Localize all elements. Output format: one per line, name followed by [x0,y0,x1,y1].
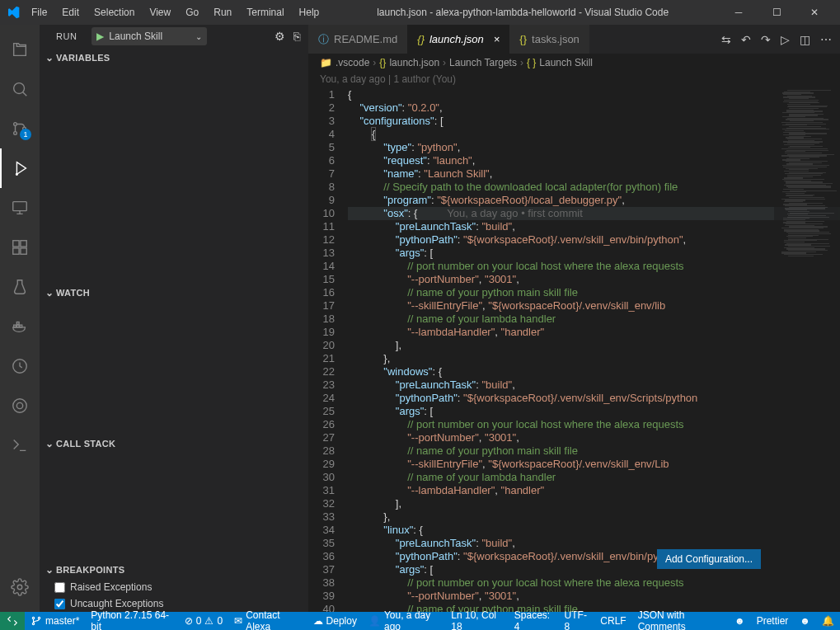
remote-indicator[interactable] [0,612,25,630]
section-variables[interactable]: ⌄VARIABLES [40,49,308,67]
breakpoint-label: Uncaught Exceptions [70,598,163,609]
menu-edit[interactable]: Edit [55,3,86,21]
bell-icon[interactable]: 🔔 [816,612,840,630]
prev-change-icon[interactable]: ↶ [741,33,751,46]
tab-bar: ⓘREADME.md{}launch.json×{}tasks.json ⇆ ↶… [308,25,840,54]
feedback-icon[interactable]: ☻ [794,612,816,630]
svg-rect-9 [21,248,26,254]
alexa-icon[interactable] [0,386,40,425]
section-watch[interactable]: ⌄WATCH [40,284,308,302]
code-editor[interactable]: 1234567891011121314151617181920212223242… [308,87,840,612]
gitlens-header: You, a day ago | 1 author (You) [308,72,840,87]
next-change-icon[interactable]: ↷ [761,33,771,46]
close-button[interactable]: ✕ [795,0,833,25]
window-controls: ─ ☐ ✕ [720,0,833,25]
menu-run[interactable]: Run [207,3,238,21]
split-editor-icon[interactable]: ◫ [800,33,810,46]
menu-help[interactable]: Help [293,3,326,21]
settings-icon[interactable] [0,567,40,607]
breakpoint-checkbox[interactable] [54,582,65,593]
svg-point-0 [14,83,25,94]
tab-label: tasks.json [532,33,580,45]
svg-point-2 [14,132,17,135]
breadcrumb-segment[interactable]: Launch Targets [449,57,517,68]
eol[interactable]: CRLF [594,612,631,630]
menu-bar: FileEditSelectionViewGoRunTerminalHelp [25,3,326,21]
breakpoints-label: BREAKPOINTS [56,565,124,575]
encoding[interactable]: UTF-8 [559,612,595,630]
svg-rect-13 [16,322,19,325]
run-file-icon[interactable]: ▷ [781,33,790,46]
remote-icon[interactable] [0,188,40,228]
svg-point-16 [16,402,22,408]
menu-go[interactable]: Go [179,3,205,21]
more-icon[interactable]: ⋯ [820,33,832,46]
minimap[interactable] [774,87,840,612]
breadcrumb[interactable]: 📁.vscode›{}launch.json›Launch Targets›{ … [308,54,840,72]
docker-icon[interactable] [0,307,40,346]
scm-icon[interactable]: 1 [0,109,40,148]
svg-rect-6 [13,241,19,247]
minimize-button[interactable]: ─ [720,0,758,25]
gear-icon[interactable]: ⚙ [275,30,285,43]
run-header: RUN ▶ Launch Skill ⌄ ⚙ ⎘ [40,25,308,48]
chevron-down-icon[interactable]: ⌄ [195,32,202,41]
variables-label: VARIABLES [56,53,110,63]
folder-icon: 📁 [320,57,332,68]
tweet-icon[interactable]: ☻ [729,612,751,630]
language-mode[interactable]: JSON with Comments [632,612,729,630]
debug-console-icon[interactable]: ⎘ [293,30,300,43]
problems[interactable]: ⊘ 0 ⚠ 0 [179,612,228,630]
menu-file[interactable]: File [25,3,54,21]
terminal-icon[interactable] [0,425,40,465]
svg-point-4 [16,173,18,175]
svg-rect-8 [13,248,19,254]
maximize-button[interactable]: ☐ [758,0,795,25]
compare-icon[interactable]: ⇆ [721,33,731,46]
menu-view[interactable]: View [143,3,177,21]
play-icon[interactable]: ▶ [96,31,104,42]
contact-alexa[interactable]: ✉ Contact Alexa [228,612,307,630]
breakpoint-label: Raised Exceptions [70,581,152,593]
svg-point-18 [32,617,34,618]
close-icon[interactable]: × [494,33,500,45]
run-config-dropdown[interactable]: ▶ Launch Skill ⌄ [92,27,207,45]
menu-selection[interactable]: Selection [87,3,141,21]
debug-icon[interactable] [0,148,40,188]
svg-point-1 [14,123,17,126]
deploy[interactable]: ☁ Deploy [307,612,363,630]
vscode-icon [7,6,20,19]
prettier[interactable]: Prettier [751,612,795,630]
add-configuration-button[interactable]: Add Configuration... [657,549,761,569]
tab-readme[interactable]: ⓘREADME.md [308,25,407,54]
title-bar: FileEditSelectionViewGoRunTerminalHelp l… [0,0,840,25]
activity-bar: 1 [0,25,40,612]
cloud-icon[interactable] [0,346,40,386]
indentation[interactable]: Spaces: 4 [509,612,559,630]
python-env[interactable]: Python 2.7.15 64-bit [85,612,178,630]
test-icon[interactable] [0,267,40,307]
git-branch[interactable]: master* [25,612,85,630]
breadcrumb-segment[interactable]: .vscode [336,57,369,68]
breakpoint-checkbox[interactable] [54,599,65,609]
section-breakpoints[interactable]: ⌄BREAKPOINTS [40,561,308,579]
tab-launch[interactable]: {}launch.json× [407,25,509,54]
watch-label: WATCH [56,288,90,298]
tab-tasks[interactable]: {}tasks.json [509,25,589,54]
cursor-position[interactable]: Ln 10, Col 18 [445,612,509,630]
run-config-name: Launch Skill [109,31,190,42]
svg-rect-7 [21,241,26,247]
svg-point-19 [32,623,34,624]
breakpoint-item[interactable]: Raised Exceptions [40,579,308,595]
window-title: launch.json - alexa-python-lambda-hellow… [326,7,720,18]
breadcrumb-segment[interactable]: launch.json [389,57,439,68]
extensions-icon[interactable] [0,228,40,267]
callstack-label: CALL STACK [56,439,115,449]
gitlens-blame[interactable]: 👤 You, a day ago [363,612,445,630]
breadcrumb-segment[interactable]: Launch Skill [539,57,593,68]
search-icon[interactable] [0,69,40,109]
section-callstack[interactable]: ⌄CALL STACK [40,435,308,453]
svg-point-17 [17,585,22,590]
explorer-icon[interactable] [0,30,40,69]
menu-terminal[interactable]: Terminal [240,3,290,21]
